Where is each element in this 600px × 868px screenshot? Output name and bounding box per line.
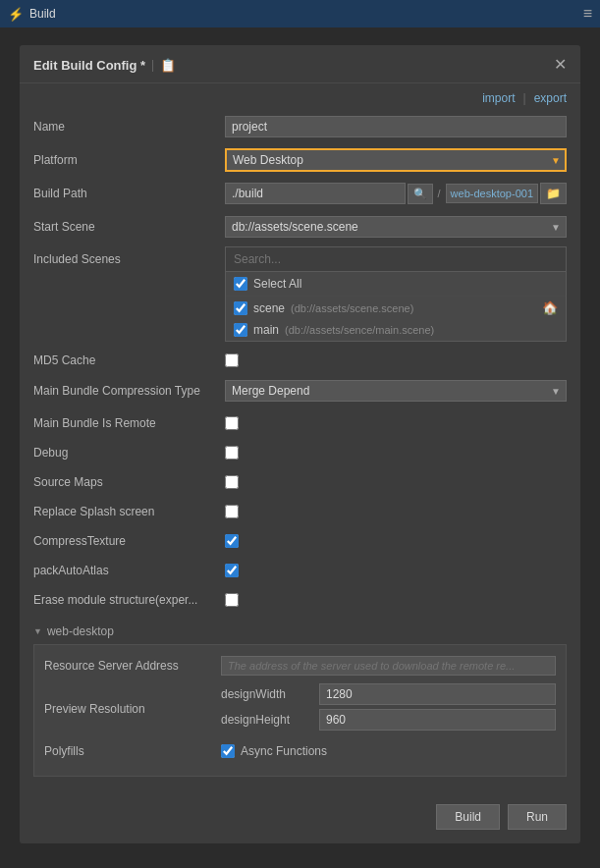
web-desktop-subsection: Resource Server Address Preview Resoluti… (33, 644, 567, 777)
replace-splash-checkbox[interactable] (225, 505, 239, 518)
source-maps-label: Source Maps (33, 475, 225, 489)
compress-texture-checkbox[interactable] (225, 534, 239, 548)
md5-cache-label: MD5 Cache (33, 353, 225, 367)
export-link[interactable]: export (534, 91, 567, 105)
compression-label: Main Bundle Compression Type (33, 384, 225, 398)
polyfills-control: Async Functions (221, 744, 556, 758)
menu-icon[interactable]: ≡ (583, 5, 592, 23)
compress-texture-control (225, 534, 239, 548)
erase-module-row: Erase module structure(exper... (33, 587, 567, 613)
build-path-control: 🔍 / web-desktop-001 📁 (225, 183, 567, 204)
platform-row: Platform Web Desktop Web Mobile Native ▼ (33, 146, 567, 174)
preview-resolution-label: Preview Resolution (44, 702, 221, 716)
included-scenes-control: Select All scene (db://assets/scene.scen… (225, 246, 567, 342)
replace-splash-control (225, 505, 239, 518)
design-width-input[interactable] (319, 683, 556, 705)
select-all-checkbox[interactable] (234, 277, 247, 291)
source-maps-control (225, 475, 239, 489)
section-label: web-desktop (47, 624, 114, 638)
run-button[interactable]: Run (508, 804, 567, 830)
build-path-wrap: 🔍 / web-desktop-001 📁 (225, 183, 567, 204)
start-scene-select[interactable]: db://assets/scene.scene (225, 216, 567, 238)
titlebar-left: ⚡ Build (8, 7, 56, 22)
debug-checkbox[interactable] (225, 446, 239, 460)
platform-label: Platform (33, 153, 225, 167)
erase-module-label: Erase module structure(exper... (33, 593, 225, 607)
design-height-pair: designHeight (221, 709, 556, 731)
scene-checkbox-1[interactable] (234, 323, 247, 337)
panel-separator: | (151, 58, 154, 72)
path-search-button[interactable]: 🔍 (408, 184, 433, 204)
resource-server-label: Resource Server Address (44, 659, 221, 673)
scenes-dropdown: Select All scene (db://assets/scene.scen… (225, 246, 567, 342)
erase-module-checkbox[interactable] (225, 593, 239, 607)
home-icon-0: 🏠 (542, 300, 558, 315)
compression-select[interactable]: Merge Depend None Merge All Zip (225, 380, 567, 402)
design-width-pair: designWidth (221, 683, 556, 705)
resource-server-row: Resource Server Address (44, 653, 556, 678)
main-bundle-remote-label: Main Bundle Is Remote (33, 416, 225, 430)
pack-auto-atlas-checkbox[interactable] (225, 564, 239, 577)
web-desktop-section[interactable]: ▼ web-desktop (33, 617, 567, 644)
debug-row: Debug (33, 440, 567, 465)
build-path-row: Build Path 🔍 / web-desktop-001 📁 (33, 180, 567, 207)
ie-divider: | (523, 91, 526, 105)
compression-select-wrap: Merge Depend None Merge All Zip ▼ (225, 380, 567, 402)
polyfills-row: Polyfills Async Functions (44, 738, 556, 764)
name-input[interactable] (225, 116, 567, 137)
polyfills-label: Polyfills (44, 744, 221, 758)
panel-title-row: Edit Build Config * | 📋 (33, 58, 176, 73)
start-scene-control: db://assets/scene.scene ▼ (225, 216, 567, 238)
design-width-label: designWidth (221, 687, 319, 701)
platform-control: Web Desktop Web Mobile Native ▼ (225, 148, 567, 172)
main-bundle-remote-checkbox[interactable] (225, 416, 239, 430)
scene-path-1: (db://assets/sence/main.scene) (285, 324, 434, 336)
start-scene-row: Start Scene db://assets/scene.scene ▼ (33, 213, 567, 241)
scene-path-0: (db://assets/scene.scene) (291, 302, 413, 314)
import-export-bar: import | export (20, 83, 580, 109)
scene-checkbox-0[interactable] (234, 301, 247, 315)
scene-item-1: main (db://assets/sence/main.scene) (226, 319, 566, 341)
resource-server-input[interactable] (221, 656, 556, 676)
design-height-input[interactable] (319, 709, 556, 731)
compression-row: Main Bundle Compression Type Merge Depen… (33, 377, 567, 405)
close-button[interactable]: ✕ (554, 57, 567, 73)
md5-cache-checkbox[interactable] (225, 353, 239, 367)
titlebar-title: Build (29, 7, 56, 21)
titlebar: ⚡ Build ≡ (0, 0, 600, 27)
compression-control: Merge Depend None Merge All Zip ▼ (225, 380, 567, 402)
compress-texture-label: CompressTexture (33, 534, 225, 548)
folder-button[interactable]: 📁 (540, 183, 567, 204)
main-bundle-remote-control (225, 416, 239, 430)
preview-resolution-control: designWidth designHeight (221, 683, 556, 734)
scene-item-0: scene (db://assets/scene.scene) 🏠 (226, 297, 566, 319)
async-functions-item: Async Functions (221, 744, 556, 758)
replace-splash-row: Replace Splash screen (33, 499, 567, 524)
start-scene-label: Start Scene (33, 220, 225, 234)
async-functions-label: Async Functions (241, 744, 327, 758)
included-scenes-label: Included Scenes (33, 246, 225, 266)
debug-label: Debug (33, 446, 225, 460)
erase-module-control (225, 593, 239, 607)
scenes-search-input[interactable] (226, 247, 566, 272)
pack-auto-atlas-label: packAutoAtlas (33, 564, 225, 577)
build-button[interactable]: Build (436, 804, 500, 830)
edit-icon[interactable]: 📋 (160, 58, 176, 73)
build-path-label: Build Path (33, 187, 225, 200)
platform-select[interactable]: Web Desktop Web Mobile Native (225, 148, 567, 172)
path-subfolder: web-desktop-001 (446, 184, 538, 203)
select-all-row: Select All (226, 272, 566, 297)
build-icon: ⚡ (8, 7, 24, 22)
async-functions-checkbox[interactable] (221, 744, 235, 758)
start-scene-select-wrap: db://assets/scene.scene ▼ (225, 216, 567, 238)
select-all-label: Select All (253, 277, 301, 291)
build-config-panel: Edit Build Config * | 📋 ✕ import | expor… (20, 45, 580, 843)
section-triangle: ▼ (33, 626, 42, 636)
compress-texture-row: CompressTexture (33, 528, 567, 554)
panel-title: Edit Build Config * (33, 58, 145, 73)
build-path-input[interactable] (225, 183, 406, 204)
name-label: Name (33, 120, 225, 134)
source-maps-checkbox[interactable] (225, 475, 239, 489)
form-body: Name Platform Web Desktop Web Mobile Nat… (20, 109, 580, 794)
import-link[interactable]: import (482, 91, 515, 105)
